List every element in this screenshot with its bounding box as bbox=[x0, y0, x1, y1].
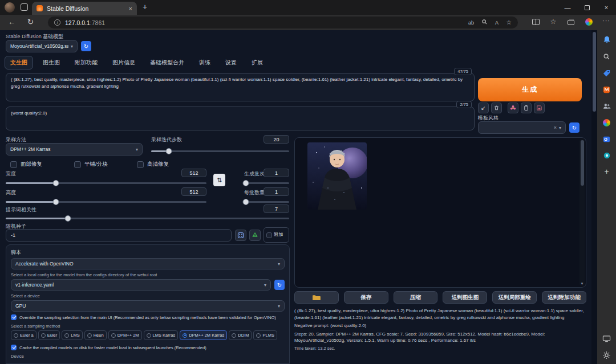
cfg-scale-slider[interactable] bbox=[6, 215, 289, 222]
page-scrollbar[interactable] bbox=[591, 30, 597, 364]
output-gallery[interactable]: ▼ bbox=[294, 137, 586, 288]
send-to-extras-button[interactable]: 送到附加功能 bbox=[542, 291, 586, 304]
override-sampling-checkbox[interactable]: Override the sampling selection from the… bbox=[11, 314, 285, 320]
close-button[interactable]: × bbox=[597, 0, 616, 15]
cast-screen-icon[interactable] bbox=[602, 334, 611, 343]
copilot-icon[interactable] bbox=[584, 17, 593, 26]
steps-input[interactable]: 20 bbox=[264, 135, 289, 144]
sampling-option-lms[interactable]: LMS bbox=[62, 330, 82, 340]
sampler-dropdown[interactable]: DPM++ 2M Karras ▾ bbox=[6, 143, 143, 156]
save-style-button[interactable] bbox=[534, 103, 545, 113]
open-folder-button[interactable] bbox=[294, 291, 339, 304]
settings-more-icon[interactable]: ··· bbox=[602, 17, 610, 24]
sampling-option-dpm-2m[interactable]: DPM++ 2M bbox=[108, 330, 142, 340]
tab-train[interactable]: 训练 bbox=[194, 56, 216, 69]
tab-img2img[interactable]: 图生图 bbox=[38, 56, 65, 69]
tab-settings[interactable]: 设置 bbox=[220, 56, 242, 69]
batch-count-input[interactable]: 1 bbox=[264, 169, 289, 177]
sidebar-search-icon[interactable] bbox=[602, 52, 611, 61]
script-dropdown[interactable]: Accelerate with OpenVINO ▾ bbox=[11, 258, 285, 269]
height-slider[interactable] bbox=[6, 198, 206, 205]
read-aloud-icon[interactable]: A bbox=[495, 20, 499, 26]
hires-fix-checkbox[interactable]: 高清修复 bbox=[137, 161, 169, 168]
config-dropdown[interactable]: v1-inference.yaml ▾ bbox=[11, 279, 271, 291]
checkpoint-dropdown[interactable]: MoyouArtificial_v10502g.sa ▾ bbox=[6, 40, 78, 52]
notifications-bell-icon[interactable] bbox=[602, 35, 611, 44]
checkpoint-refresh-button[interactable]: ↻ bbox=[81, 41, 91, 51]
page-scrollbar-thumb[interactable] bbox=[593, 32, 596, 112]
apply-style-button[interactable] bbox=[521, 103, 532, 113]
refresh-button[interactable]: ↻ bbox=[27, 18, 34, 26]
zoom-icon[interactable] bbox=[481, 19, 488, 26]
width-slider[interactable] bbox=[6, 179, 206, 186]
drop-icon[interactable] bbox=[602, 151, 611, 160]
sampling-option-lms-karras[interactable]: LMS Karras bbox=[144, 330, 179, 340]
workspaces-icon[interactable] bbox=[21, 3, 28, 11]
width-input[interactable]: 512 bbox=[181, 169, 206, 177]
batch-size-input[interactable]: 1 bbox=[264, 187, 289, 196]
device-dropdown[interactable]: GPU ▾ bbox=[11, 300, 285, 312]
split-screen-icon[interactable] bbox=[531, 17, 540, 26]
collections-icon[interactable] bbox=[566, 17, 576, 26]
prompt-input[interactable]: ( (8k:1.27), best quality, masterpiece, … bbox=[6, 73, 475, 101]
sampling-option-heun[interactable]: Heun bbox=[84, 330, 107, 340]
scroll-down-icon[interactable]: ▼ bbox=[579, 282, 585, 285]
extra-networks-button[interactable] bbox=[508, 103, 518, 113]
image-creator-icon[interactable] bbox=[602, 118, 611, 127]
tab-extras[interactable]: 附加功能 bbox=[70, 56, 103, 69]
generate-button[interactable]: 生成 bbox=[478, 78, 582, 101]
sidebar-settings-gear-icon[interactable] bbox=[602, 350, 611, 359]
shopping-tag-icon[interactable] bbox=[602, 68, 611, 77]
send-to-img2img-button[interactable]: 送到图生图 bbox=[443, 291, 487, 304]
tab-extensions[interactable]: 扩展 bbox=[246, 56, 268, 69]
clear-prompt-button[interactable] bbox=[491, 103, 502, 113]
sampling-option-euler[interactable]: Euler bbox=[38, 330, 60, 340]
outlook-icon[interactable] bbox=[602, 134, 611, 144]
address-bar[interactable]: i 127.0.0.1:7861 ab A ☆ bbox=[48, 17, 518, 28]
styles-refresh-button[interactable]: ↻ bbox=[569, 122, 579, 133]
generated-image[interactable] bbox=[307, 142, 367, 210]
batch-count-slider[interactable] bbox=[244, 179, 289, 186]
favorite-star-icon[interactable]: ☆ bbox=[506, 19, 512, 26]
people-icon[interactable] bbox=[602, 101, 611, 111]
seed-input[interactable]: -1 bbox=[6, 229, 232, 242]
tab-png-info[interactable]: 图片信息 bbox=[107, 56, 140, 69]
back-button[interactable]: ← bbox=[8, 18, 15, 26]
new-tab-button[interactable]: + bbox=[143, 2, 147, 11]
browser-tab[interactable]: Stable Diffusion × bbox=[32, 2, 137, 15]
send-to-inpaint-button[interactable]: 送到局部重绘 bbox=[492, 291, 537, 304]
height-input[interactable]: 512 bbox=[181, 187, 206, 196]
sampling-option-plms[interactable]: PLMS bbox=[253, 330, 277, 340]
m365-icon[interactable] bbox=[602, 85, 611, 94]
tiling-checkbox[interactable]: 平铺/分块 bbox=[74, 161, 108, 168]
gallery-scrollbar[interactable]: ▼ bbox=[579, 139, 585, 286]
styles-dropdown[interactable]: × ▾ bbox=[478, 121, 566, 134]
sidebar-add-icon[interactable]: + bbox=[604, 167, 609, 175]
sampling-option-ddim[interactable]: DDIM bbox=[229, 330, 252, 340]
random-seed-dice-button[interactable] bbox=[235, 230, 246, 241]
gallery-scrollbar-thumb[interactable] bbox=[581, 140, 584, 186]
reuse-seed-recycle-button[interactable] bbox=[249, 230, 261, 241]
swap-dimensions-button[interactable]: ⇅ bbox=[213, 174, 225, 186]
translate-icon[interactable]: ab bbox=[468, 20, 474, 26]
steps-slider[interactable] bbox=[151, 148, 289, 154]
sampling-option-dpm-2m-karras[interactable]: DPM++ 2M Karras bbox=[180, 330, 227, 340]
config-refresh-button[interactable]: ↻ bbox=[274, 280, 285, 290]
minimize-button[interactable]: — bbox=[558, 0, 577, 15]
save-button[interactable]: 保存 bbox=[344, 291, 388, 304]
cache-models-checkbox[interactable]: Cache the compiled models on disk for fa… bbox=[11, 345, 285, 350]
sampling-option-euler-a[interactable]: Euler a bbox=[11, 330, 37, 340]
tab-checkpoint-merger[interactable]: 基础模型合并 bbox=[145, 56, 189, 69]
seed-extra-checkbox[interactable]: 附加 bbox=[264, 227, 289, 243]
paste-params-button[interactable]: ↙ bbox=[478, 103, 489, 113]
restore-faces-checkbox[interactable]: 面部修复 bbox=[10, 161, 42, 168]
zip-button[interactable]: 压缩 bbox=[394, 291, 438, 304]
cfg-scale-input[interactable]: 7 bbox=[264, 205, 289, 213]
tab-close-icon[interactable]: × bbox=[129, 5, 132, 12]
favorites-icon[interactable]: ☆ bbox=[549, 17, 558, 26]
negative-prompt-input[interactable]: (worst quality:2.0) bbox=[6, 107, 475, 130]
profile-avatar[interactable] bbox=[5, 2, 15, 13]
maximize-button[interactable] bbox=[577, 0, 597, 15]
site-info-icon[interactable]: i bbox=[54, 19, 60, 26]
styles-clear-icon[interactable]: × bbox=[554, 125, 557, 130]
